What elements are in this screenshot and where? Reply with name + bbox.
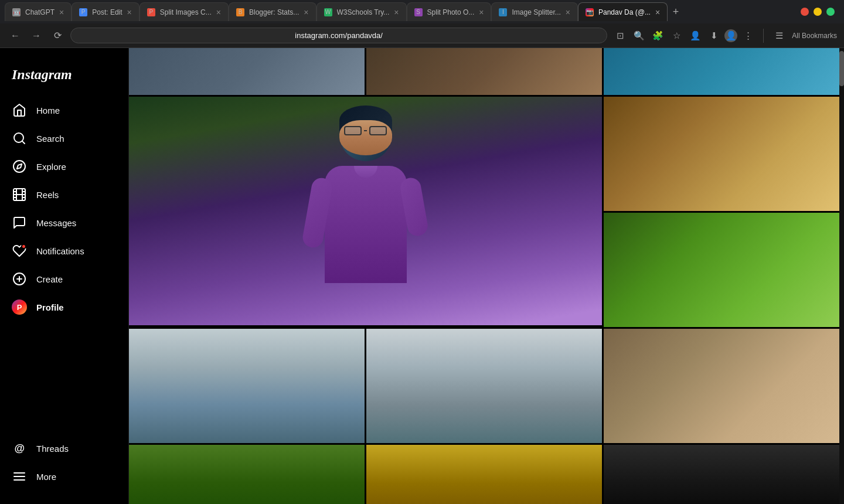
split-photo-tab-label: Split Photo O... [427, 8, 475, 16]
grid-cell-boy-dark[interactable] [604, 445, 839, 504]
cell-image [604, 445, 839, 504]
chatgpt-tab-close[interactable]: × [59, 8, 64, 17]
cell-image [129, 48, 365, 95]
grid-cell-smoke3[interactable] [604, 329, 839, 443]
image-splitter-tab-label: Image Splitter... [512, 8, 560, 16]
messages-icon [12, 215, 27, 230]
blogger-stats-tab-close[interactable]: × [304, 8, 308, 17]
download-icon[interactable]: ⬇ [706, 28, 722, 44]
screen-capture-icon[interactable]: ⊡ [612, 28, 628, 44]
address-input[interactable] [70, 28, 607, 43]
image-splitter-favicon: I [499, 8, 507, 16]
grid-cell-boy-green[interactable] [129, 445, 365, 504]
sidebar-item-create[interactable]: Create [5, 265, 124, 292]
w3schools-tab-close[interactable]: × [394, 8, 399, 17]
grid-cell-r2c3[interactable] [604, 97, 839, 211]
app-body: Instagram Home Search Explore [0, 48, 844, 504]
tab-w3schools[interactable]: W W3Schools Try... × [316, 2, 407, 21]
tab-split-photo[interactable]: S Split Photo O... × [407, 2, 492, 21]
chatgpt-favicon: 🤖 [12, 8, 21, 16]
sidebar-item-messages[interactable]: Messages [5, 209, 124, 236]
explore-icon [12, 159, 27, 174]
extensions-icon[interactable]: 🧩 [649, 28, 666, 44]
tab-blogger-stats[interactable]: B Blogger: Stats... × [229, 2, 316, 21]
cell-image [366, 329, 602, 443]
profile-avatar-icon: P [12, 299, 27, 315]
address-bar-row: ← → ⟳ ⊡ 🔍 🧩 ☆ 👤 ⬇ 👤 ⋮ ☰ All Bookmarks [0, 23, 844, 48]
tab-chatgpt[interactable]: 🤖 ChatGPT × [5, 2, 72, 21]
home-icon [12, 103, 27, 118]
sidebar-item-explore[interactable]: Explore [5, 153, 124, 180]
messages-label: Messages [36, 218, 76, 228]
post-edit-favicon: P [79, 8, 87, 16]
pandav-da-tab-label: Pandav Da (@... [598, 8, 651, 16]
image-splitter-tab-close[interactable]: × [566, 8, 570, 17]
reload-button[interactable]: ⟳ [49, 28, 66, 44]
tab-post-edit[interactable]: P Post: Edit × [72, 2, 139, 21]
w3schools-tab-label: W3Schools Try... [337, 8, 390, 16]
scrollbar-track[interactable] [839, 48, 844, 504]
grid-cell-person-main[interactable] [129, 97, 602, 325]
zoom-icon[interactable]: 🔍 [631, 28, 647, 44]
sidebar-item-profile[interactable]: P Profile [5, 294, 124, 321]
back-button[interactable]: ← [7, 28, 23, 44]
bookmarks-icon[interactable]: ☰ [771, 28, 787, 44]
grid-cell-boy-yellow[interactable] [366, 445, 602, 504]
split-photo-favicon: S [414, 8, 423, 16]
grid-cell-r3c3[interactable] [604, 213, 839, 327]
window-minimize-btn[interactable] [814, 8, 822, 16]
tab-split-images[interactable]: P Split Images C... × [139, 2, 229, 21]
more-label: More [36, 472, 56, 482]
scrollbar-thumb[interactable] [839, 51, 844, 86]
cell-image [366, 445, 602, 504]
svg-marker-3 [17, 164, 22, 169]
sidebar-item-threads[interactable]: @ Threads [5, 435, 124, 462]
grid-cell-smoke1[interactable] [129, 329, 365, 443]
photo-grid [129, 48, 839, 504]
cell-image [366, 48, 602, 95]
create-label: Create [36, 274, 63, 284]
blogger-stats-tab-label: Blogger: Stats... [249, 8, 299, 16]
threads-label: Threads [36, 444, 69, 454]
sidebar-bottom: @ Threads More [0, 430, 128, 495]
cell-image [604, 97, 839, 211]
pandav-da-tab-close[interactable]: × [655, 8, 660, 17]
divider [763, 29, 764, 43]
window-controls [801, 8, 839, 16]
split-images-tab-label: Split Images C... [160, 8, 212, 16]
grid-cell-r1c1[interactable] [129, 48, 365, 95]
tab-image-splitter[interactable]: I Image Splitter... × [491, 2, 578, 21]
profile-label: Profile [36, 302, 64, 312]
post-edit-tab-close[interactable]: × [127, 8, 132, 17]
grid-cell-r1c2[interactable] [366, 48, 602, 95]
window-maximize-btn[interactable] [826, 8, 835, 16]
sidebar-item-more[interactable]: More [5, 463, 124, 490]
sidebar-item-home[interactable]: Home [5, 97, 124, 124]
sidebar-item-reels[interactable]: Reels [5, 181, 124, 208]
cell-image [604, 48, 839, 95]
window-close-btn[interactable] [801, 8, 809, 16]
star-icon[interactable]: ☆ [668, 28, 685, 44]
sidebar-item-notifications[interactable]: Notifications [5, 237, 124, 264]
sidebar-item-search[interactable]: Search [5, 125, 124, 152]
forward-button[interactable]: → [28, 28, 45, 44]
profile-icon[interactable]: 👤 [687, 28, 703, 44]
split-images-tab-close[interactable]: × [216, 8, 221, 17]
new-tab-button[interactable]: + [668, 4, 684, 20]
sidebar-nav: Home Search Explore Reels [0, 97, 128, 430]
person-figure [129, 97, 602, 325]
tab-pandav-da[interactable]: 📷 Pandav Da (@... × [578, 2, 668, 21]
sidebar: Instagram Home Search Explore [0, 48, 129, 504]
toolbar-icons: ⊡ 🔍 🧩 ☆ 👤 ⬇ 👤 ⋮ [612, 28, 756, 44]
home-label: Home [36, 105, 60, 115]
svg-line-1 [22, 141, 25, 144]
grid-cell-smoke2[interactable] [366, 329, 602, 443]
menu-icon[interactable]: ⋮ [740, 28, 756, 44]
explore-label: Explore [36, 162, 66, 172]
grid-cell-r1c3[interactable] [604, 48, 839, 95]
cell-image [604, 213, 839, 327]
split-photo-tab-close[interactable]: × [479, 8, 484, 17]
avatar-icon[interactable]: 👤 [724, 29, 737, 42]
main-content[interactable] [129, 48, 839, 504]
reels-icon [12, 187, 27, 202]
